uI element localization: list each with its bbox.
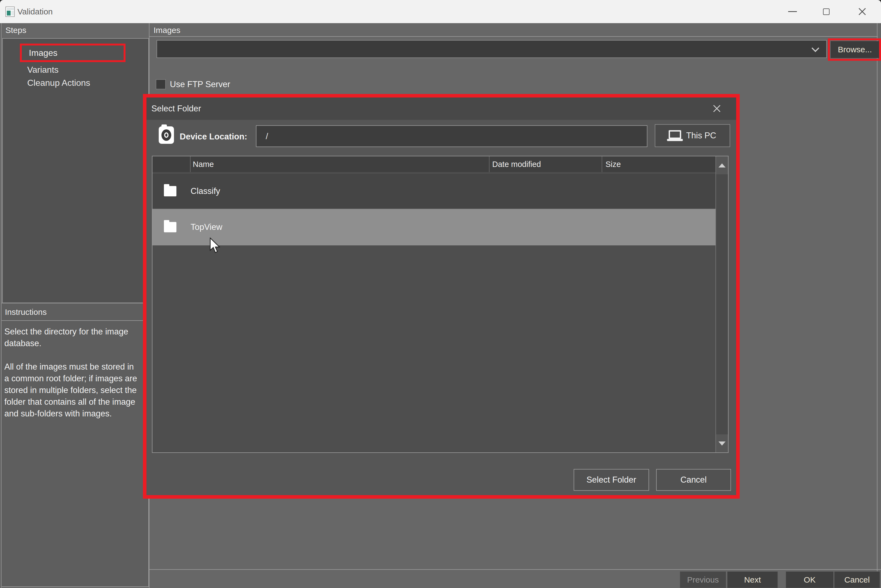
instructions-line: and sub-folders with images.	[4, 408, 148, 419]
dialog-close-button[interactable]	[704, 98, 729, 120]
row-name: Classify	[190, 186, 220, 196]
camera-icon	[159, 126, 174, 144]
window-right-edge	[877, 23, 878, 588]
instructions-line: database.	[4, 338, 148, 349]
next-button[interactable]: Next	[727, 572, 778, 588]
instructions-line: Select the directory for the image	[4, 326, 148, 338]
chevron-down-icon	[812, 44, 819, 52]
column-header-date-modified[interactable]: Date modified	[490, 156, 602, 172]
use-ftp-server-label: Use FTP Server	[170, 79, 230, 90]
minimize-icon	[788, 11, 797, 12]
device-location-label: Device Location:	[180, 126, 247, 148]
instructions-line	[4, 349, 148, 361]
instructions-panel: Instructions Select the directory for th…	[1, 303, 149, 587]
app-icon	[6, 6, 15, 17]
previous-button[interactable]: Previous	[680, 572, 726, 588]
instructions-body: Select the directory for the image datab…	[1, 321, 148, 419]
dialog-title: Select Folder	[147, 104, 201, 114]
device-location-input[interactable]	[256, 125, 647, 147]
close-icon	[858, 8, 867, 16]
folder-list: Name Date modified Size Classify TopView	[152, 156, 728, 453]
browse-button[interactable]: Browse...	[831, 41, 879, 58]
list-scrollbar[interactable]	[715, 156, 728, 452]
ok-button[interactable]: OK	[786, 572, 834, 588]
laptop-icon	[669, 130, 681, 139]
select-folder-button[interactable]: Select Folder	[574, 469, 649, 491]
column-header-icon	[153, 156, 190, 172]
dialog-cancel-button[interactable]: Cancel	[656, 469, 731, 491]
close-button[interactable]	[844, 0, 881, 23]
sidebar-item-cleanup-actions[interactable]: Cleanup Actions	[27, 77, 90, 89]
scroll-down-button[interactable]	[716, 434, 728, 452]
folder-list-header: Name Date modified Size	[153, 156, 728, 172]
instructions-line: All of the images must be stored in	[4, 361, 148, 373]
instructions-line: folder that contains all of the image	[4, 396, 148, 408]
minimize-button[interactable]	[776, 0, 809, 23]
footer-top-border	[150, 569, 881, 570]
this-pc-label: This PC	[686, 131, 716, 141]
triangle-up-icon	[718, 164, 725, 168]
table-row-topview[interactable]: TopView	[153, 209, 715, 245]
column-header-size[interactable]: Size	[602, 156, 728, 172]
column-header-name[interactable]: Name	[190, 156, 490, 172]
steps-section-label: Steps	[6, 24, 26, 36]
scroll-up-button[interactable]	[716, 156, 728, 174]
close-icon	[712, 104, 721, 113]
maximize-button[interactable]	[810, 0, 843, 23]
images-section-label: Images	[154, 24, 180, 36]
instructions-line: stored in multiple folders, select the	[4, 384, 148, 396]
instructions-line: a common root folder; if images are	[4, 373, 148, 384]
folder-icon	[164, 222, 177, 232]
cancel-button[interactable]: Cancel	[834, 572, 880, 588]
steps-panel: Images Variants Cleanup Actions	[2, 38, 149, 303]
instructions-header: Instructions	[1, 303, 148, 321]
use-ftp-server-checkbox[interactable]	[156, 79, 166, 89]
folder-icon	[164, 186, 177, 196]
images-step-annotation-box: Images	[20, 44, 126, 62]
window-title: Validation	[17, 0, 53, 23]
this-pc-button[interactable]: This PC	[655, 124, 730, 147]
triangle-down-icon	[718, 441, 725, 446]
row-name: TopView	[190, 222, 222, 232]
dialog-titlebar: Select Folder	[147, 98, 736, 120]
content-top-border	[150, 36, 878, 37]
select-folder-dialog: Select Folder Device Location: This PC N…	[143, 94, 740, 499]
maximize-icon	[823, 9, 830, 15]
sidebar-item-variants[interactable]: Variants	[27, 64, 58, 76]
table-row-classify[interactable]: Classify	[153, 174, 715, 208]
images-combobox[interactable]	[157, 40, 827, 58]
validation-window: Validation Steps Images Images Variants …	[0, 0, 881, 588]
window-titlebar: Validation	[0, 0, 881, 23]
sidebar-item-images[interactable]: Images	[22, 48, 57, 58]
